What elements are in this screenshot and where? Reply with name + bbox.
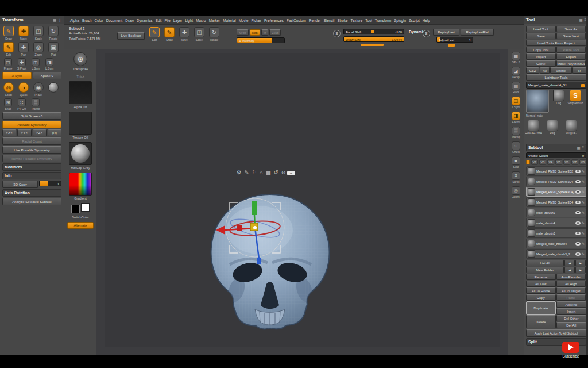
gizmo-toolbar-icon[interactable]: ⚐ xyxy=(252,169,257,175)
z-intensity-slider[interactable]: Z Intensity xyxy=(237,37,285,43)
material-thumbnail[interactable] xyxy=(69,142,92,165)
radial-count-slider[interactable]: Radial Count xyxy=(2,137,61,145)
view-toggle-icon[interactable] xyxy=(48,82,59,93)
polypaint-icon[interactable]: ✎ xyxy=(582,231,585,235)
pivot-icon[interactable]: ◨ xyxy=(45,58,53,66)
subtool-row[interactable]: Merged_PM3D_Sphere3D2_2 ✎ xyxy=(526,166,586,176)
right-shelf-icon[interactable]: ◌ xyxy=(512,141,520,150)
right-shelf-button[interactable]: ◌ Ghost xyxy=(512,141,520,154)
menu-item[interactable]: Zscript xyxy=(409,18,420,22)
subtool-thumbnail[interactable] xyxy=(528,198,535,206)
view-toggle-button[interactable]: ◑Quick xyxy=(17,82,30,97)
subtool-row[interactable]: Merged_PM3D_Sphere3D4_3 ✎ xyxy=(526,197,586,207)
tool-mode-icon[interactable]: ✚ xyxy=(18,42,29,52)
tool-panel-button[interactable]: All xyxy=(540,67,550,74)
right-shelf-button[interactable]: ⇕ Scroll xyxy=(512,171,520,183)
subtool-row[interactable]: male_zbrush5 ✎ xyxy=(526,228,586,238)
gizmo-toolbar-icon[interactable]: ▦ xyxy=(266,169,271,175)
subtool-action-button[interactable]: List All xyxy=(526,260,564,266)
right-shelf-icon[interactable]: ◪ xyxy=(512,67,520,75)
gizmo-toolbar-icon[interactable]: ✎ xyxy=(245,169,249,175)
subtool-action-button[interactable]: Copy xyxy=(526,294,556,301)
xsym-button[interactable]: X Sym xyxy=(2,72,32,79)
tool-mode-button[interactable]: ✎Draw xyxy=(2,26,15,40)
color-picker[interactable] xyxy=(69,172,92,195)
tool-mode-button[interactable]: ✎Edit xyxy=(2,42,15,56)
current-tool-name[interactable]: Merged_male_zbrush4_S1 xyxy=(526,82,586,89)
polypaint-icon[interactable]: ✎ xyxy=(582,241,585,246)
view-toggle-icon[interactable]: ◎ xyxy=(3,82,14,93)
tool-panel-button[interactable]: Clone xyxy=(526,60,556,67)
menu-item[interactable]: Tool xyxy=(365,18,372,22)
gizmo-toolbar-icon[interactable]: ⚙ xyxy=(237,169,242,175)
tool-panel-button[interactable]: Load Tools From Project xyxy=(526,40,586,46)
snap-icon[interactable]: ⊞ xyxy=(4,98,12,106)
right-shelf-icon[interactable]: ◎ xyxy=(512,186,520,195)
menu-item[interactable]: Stroke xyxy=(337,18,347,22)
subtool-thumbnail[interactable] xyxy=(528,229,535,237)
modifiers-section-header[interactable]: Modifiers xyxy=(2,163,61,171)
eye-icon[interactable] xyxy=(575,252,581,256)
pivot-button[interactable]: ◨L.Svm xyxy=(44,58,55,70)
menu-item[interactable]: File xyxy=(165,18,171,22)
shelf-mode-button[interactable]: ↻Rotate xyxy=(208,27,220,41)
menu-item[interactable]: Movie xyxy=(239,18,249,22)
shelf-mode-button[interactable]: ✎Draw xyxy=(163,27,176,41)
right-shelf-button[interactable]: ◪ Persp xyxy=(512,67,520,79)
eye-icon[interactable] xyxy=(575,242,581,246)
menu-item[interactable]: Layer xyxy=(173,18,183,22)
subtool-thumbnail[interactable] xyxy=(528,209,535,216)
subtool-thumbnail[interactable] xyxy=(528,188,535,195)
right-shelf-icon[interactable]: ◫ xyxy=(512,97,520,105)
shelf-mode-button[interactable]: ✚Move xyxy=(178,27,191,41)
tool-panel-button[interactable]: Visible xyxy=(550,67,572,74)
visibility-tab[interactable]: V8 xyxy=(579,159,586,165)
copy3d-slider[interactable]: 1 xyxy=(39,181,61,186)
menu-item[interactable]: FastCustom xyxy=(287,18,306,22)
shelf-mode-button[interactable]: ✎Edit xyxy=(148,27,161,41)
tool-thumbnail-cell[interactable]: Cube3D.PM3D_... xyxy=(526,120,541,135)
view-toggle-button[interactable] xyxy=(47,82,60,97)
symmetry-axis-button[interactable]: >X< xyxy=(2,129,16,136)
tool-mode-button[interactable]: ▣Pict xyxy=(47,42,60,56)
stroke-badge[interactable]: S xyxy=(333,30,341,37)
polypaint-icon[interactable]: ✎ xyxy=(582,221,585,225)
gizmo-toolbar-icon[interactable]: ↺ xyxy=(274,169,278,175)
switch-color-swatches[interactable] xyxy=(69,203,92,214)
menu-item[interactable]: Document xyxy=(106,18,123,22)
replay-last-button[interactable]: ReplayLast xyxy=(433,29,459,36)
subtool-action-button[interactable]: All To Target xyxy=(556,288,586,294)
pivot-icon[interactable]: ✚ xyxy=(18,58,26,66)
use-posable-symmetry-button[interactable]: Use Posable Symmetry xyxy=(2,146,61,154)
subtool-action-button[interactable]: All To Home xyxy=(526,288,556,294)
view-toggle-icon[interactable]: ◑ xyxy=(18,82,29,93)
tool-panel-button[interactable]: R xyxy=(572,67,586,74)
paint-mode-button[interactable]: Rgb xyxy=(250,29,260,36)
thick-label[interactable]: Thick xyxy=(76,75,84,78)
eye-icon[interactable] xyxy=(575,211,581,214)
polypaint-icon[interactable]: ✎ xyxy=(582,210,585,214)
view-toggle-button[interactable]: ◎Local xyxy=(2,82,15,97)
menu-item[interactable]: Transform xyxy=(375,18,391,22)
polypaint-icon[interactable]: ✎ xyxy=(582,190,585,194)
append-button[interactable]: Append xyxy=(556,301,587,308)
subtool-row[interactable]: Merged_PM3D_Sphere3D4_3 ✎ xyxy=(526,177,586,186)
visibility-checkbox[interactable] xyxy=(526,160,530,164)
activate-symmetry-button[interactable]: Activate Symmetry xyxy=(2,121,61,128)
tool-panel-button[interactable]: Make PolyMesh3D xyxy=(556,60,586,67)
secondary-color-swatch[interactable] xyxy=(81,203,90,212)
duplicate-button[interactable]: Duplicate xyxy=(526,301,556,315)
subtool-action-button[interactable]: ► xyxy=(575,267,586,273)
subtool-row[interactable]: male_zbrush4 ✎ xyxy=(526,218,586,228)
subtool-thumbnail[interactable] xyxy=(528,219,535,227)
right-shelf-button[interactable]: ◎ Zoom xyxy=(512,186,520,198)
youtube-play-icon[interactable] xyxy=(562,342,579,353)
visibility-tab[interactable]: V4 xyxy=(547,159,554,165)
snap-button[interactable]: ∷PT Cnt xyxy=(16,98,28,110)
polypaint-icon[interactable]: ✎ xyxy=(582,252,585,256)
tool-mode-icon[interactable]: ✎ xyxy=(3,42,14,52)
menu-item[interactable]: Preferences xyxy=(264,18,284,22)
polypaint-icon[interactable]: ✎ xyxy=(582,179,585,183)
pivot-icon[interactable]: ▢ xyxy=(4,58,12,66)
menu-item[interactable]: Alpha xyxy=(70,18,79,22)
